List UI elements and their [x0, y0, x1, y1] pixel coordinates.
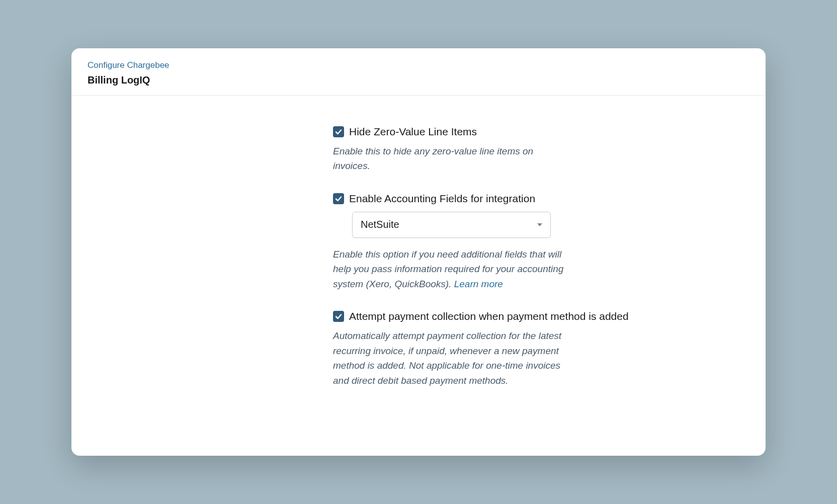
- checkbox-row: Enable Accounting Fields for integration: [333, 193, 745, 205]
- integration-select-value: NetSuite: [361, 219, 399, 230]
- settings-window: Configure Chargebee Billing LogIQ Hide Z…: [71, 48, 766, 456]
- setting-hide-zero-value: Hide Zero-Value Line Items Enable this t…: [333, 126, 745, 174]
- breadcrumb[interactable]: Configure Chargebee: [88, 60, 749, 70]
- check-icon: [334, 312, 343, 320]
- accounting-fields-checkbox[interactable]: [333, 193, 344, 204]
- header: Configure Chargebee Billing LogIQ: [71, 48, 766, 96]
- setting-attempt-payment: Attempt payment collection when payment …: [333, 310, 745, 388]
- integration-select-wrapper: NetSuite: [352, 212, 745, 238]
- content-area: Hide Zero-Value Line Items Enable this t…: [71, 96, 766, 427]
- integration-select[interactable]: NetSuite: [352, 212, 551, 238]
- hide-zero-value-description: Enable this to hide any zero-value line …: [333, 144, 564, 174]
- setting-accounting-fields: Enable Accounting Fields for integration…: [333, 193, 745, 291]
- attempt-payment-checkbox[interactable]: [333, 311, 344, 322]
- attempt-payment-description: Automatically attempt payment collection…: [333, 328, 564, 388]
- check-icon: [334, 195, 343, 203]
- page-title: Billing LogIQ: [88, 74, 749, 86]
- checkbox-row: Attempt payment collection when payment …: [333, 310, 745, 322]
- accounting-fields-description-text: Enable this option if you need additiona…: [333, 249, 563, 289]
- hide-zero-value-checkbox[interactable]: [333, 126, 344, 137]
- learn-more-link[interactable]: Learn more: [454, 277, 503, 291]
- accounting-fields-description: Enable this option if you need additiona…: [333, 247, 564, 291]
- check-icon: [334, 128, 343, 136]
- checkbox-row: Hide Zero-Value Line Items: [333, 126, 745, 138]
- attempt-payment-label: Attempt payment collection when payment …: [349, 310, 629, 322]
- accounting-fields-label: Enable Accounting Fields for integration: [349, 193, 535, 205]
- chevron-down-icon: [537, 223, 542, 226]
- hide-zero-value-label: Hide Zero-Value Line Items: [349, 126, 477, 138]
